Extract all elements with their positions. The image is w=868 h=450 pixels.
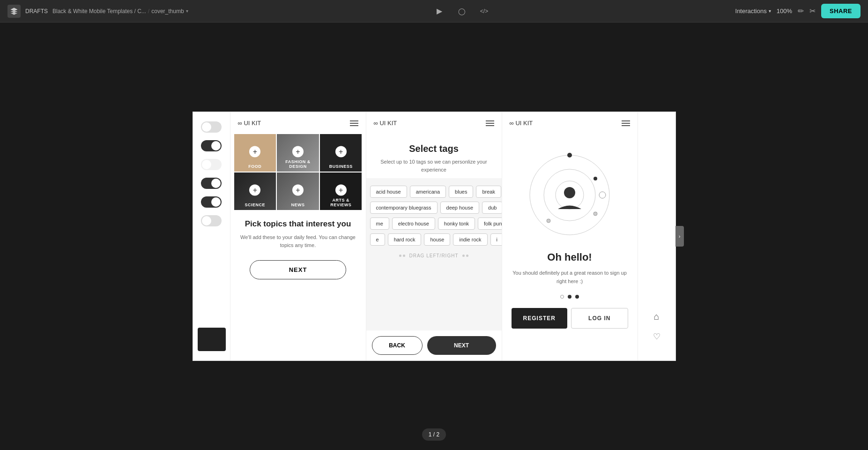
tag-me[interactable]: me [370, 218, 389, 230]
next-button[interactable]: NEXT [427, 336, 496, 355]
orbit-container [502, 134, 638, 247]
project-label: DRAFTS [25, 8, 48, 15]
topbar: DRAFTS Black & White Mobile Templates / … [0, 0, 868, 22]
frame3-header: ∞ UI KIT [502, 112, 638, 134]
toggle-on-5[interactable] [201, 196, 222, 208]
interactions-button[interactable]: Interactions ▾ [735, 8, 771, 15]
frame-toggles [193, 112, 230, 360]
code-button[interactable]: </> [477, 4, 492, 19]
pick-topics-title: Pick topics that interest you [238, 219, 358, 229]
topbar-center: ▶ ◯ </> [432, 4, 492, 19]
svg-point-3 [567, 153, 572, 158]
frame2-header: ∞ UI KIT [366, 112, 502, 134]
tag-electro-house[interactable]: electro house [392, 218, 435, 230]
oh-hello-subtitle: You should definitely put a great reason… [512, 269, 628, 285]
svg-point-4 [594, 177, 597, 180]
tag-e[interactable]: e [370, 233, 385, 246]
toggle-2 [201, 140, 222, 151]
login-button[interactable]: LOG IN [571, 308, 628, 329]
edit-button[interactable]: ✏ [798, 7, 804, 15]
chevron-down-icon: ▾ [186, 8, 188, 14]
grid-cell-business[interactable]: + BUSINESS [320, 134, 362, 172]
topic-grid: + FOOD + FASHION &DESIGN + BUSINESS + SC… [234, 134, 362, 210]
grid-cell-science[interactable]: + SCIENCE [234, 172, 276, 210]
tag-contemp-bluegrass[interactable]: contemporary bluegrass [370, 202, 438, 214]
canvas: ∞ UI KIT + FOOD + FASHION &DESIGN [0, 22, 868, 450]
toggle-5 [201, 196, 222, 208]
tag-deep-house[interactable]: deep house [440, 202, 480, 214]
heart-icon[interactable]: ♡ [653, 331, 660, 342]
toggle-4 [201, 178, 222, 189]
svg-point-7 [599, 192, 606, 198]
toggle-off-1[interactable] [201, 121, 222, 133]
share-button[interactable]: SHARE [821, 4, 861, 18]
frame-oh-hello: ∞ UI KIT [502, 112, 638, 360]
tags-row-1: acid house americana blues break [370, 186, 498, 198]
tag-break[interactable]: break [476, 186, 501, 198]
play-button[interactable]: ▶ [432, 4, 447, 19]
drag-dots-left [399, 255, 405, 257]
tag-americana[interactable]: americana [410, 186, 446, 198]
tag-folk-punk[interactable]: folk punk [478, 218, 501, 230]
plus-icon-fashion: + [292, 146, 304, 158]
dot-3 [575, 295, 579, 299]
dots-indicator [512, 295, 628, 299]
grid-cell-news[interactable]: + NEWS [277, 172, 319, 210]
zoom-level: 100% [777, 8, 792, 15]
toggle-group [201, 121, 222, 226]
grid-cell-food[interactable]: + FOOD [234, 134, 276, 172]
tags-scroll-area[interactable]: acid house americana blues break contemp… [366, 178, 502, 330]
plus-icon-science: + [249, 185, 260, 196]
tags-row-4: e hard rock house indie rock i [370, 233, 498, 246]
drag-hint: DRAG LEFT/RIGHT [370, 249, 498, 262]
grid-cell-fashion[interactable]: + FASHION &DESIGN [277, 134, 319, 172]
grid-label-science: SCIENCE [234, 202, 276, 207]
dot-1 [560, 295, 564, 299]
toggle-1 [201, 121, 222, 133]
register-button[interactable]: REGISTER [512, 308, 568, 329]
tag-i[interactable]: i [490, 233, 502, 246]
frame1-next-button[interactable]: NEXT [250, 260, 346, 279]
toggle-on-2[interactable] [201, 140, 222, 151]
topbar-right: Interactions ▾ 100% ✏ ✂ SHARE [735, 4, 861, 18]
drag-dots-right [462, 255, 468, 257]
app-logo [7, 5, 21, 18]
plus-icon-news: + [292, 185, 304, 196]
toggle-off-6[interactable] [201, 215, 222, 226]
toggle-3 [201, 159, 222, 170]
tag-dub[interactable]: dub [482, 202, 501, 214]
frame2-hamburger[interactable] [486, 120, 494, 126]
hello-content: Oh hello! You should definitely put a gr… [502, 247, 638, 338]
plus-icon-food: + [249, 146, 260, 158]
slice-button[interactable]: ✂ [809, 7, 816, 15]
tag-honky-tonk[interactable]: honky tonk [438, 218, 475, 230]
frame-pick-topics: ∞ UI KIT + FOOD + FASHION &DESIGN [230, 112, 366, 360]
grid-cell-arts[interactable]: + ARTS &REVIEWS [320, 172, 362, 210]
grid-label-fashion: FASHION &DESIGN [277, 159, 319, 169]
frame-select-tags: ∞ UI KIT Select tags Select up to 10 tag… [366, 112, 502, 360]
tag-hard-rock[interactable]: hard rock [388, 233, 422, 246]
frame3-logo: ∞ UI KIT [510, 120, 533, 127]
chevron-right-button[interactable]: › [675, 226, 684, 247]
tags-actions: BACK NEXT [366, 330, 502, 360]
comment-button[interactable]: ◯ [454, 4, 469, 19]
home-icon[interactable]: ⌂ [653, 311, 659, 322]
tag-indie-rock[interactable]: indie rock [453, 233, 487, 246]
toggle-on-4[interactable] [201, 178, 222, 189]
grid-label-news: NEWS [277, 202, 319, 207]
frame4-icons: ⌂ ♡ [653, 311, 660, 342]
topbar-left: DRAFTS Black & White Mobile Templates / … [7, 5, 188, 18]
tags-row-2: contemporary bluegrass deep house dub [370, 202, 498, 214]
hamburger-menu[interactable] [350, 120, 358, 126]
svg-point-8 [564, 187, 575, 198]
current-file[interactable]: cover_thumb [151, 8, 184, 15]
tag-house[interactable]: house [424, 233, 450, 246]
frame3-hamburger[interactable] [622, 120, 630, 126]
tag-acid-house[interactable]: acid house [370, 186, 407, 198]
black-rect [198, 328, 226, 351]
tag-blues[interactable]: blues [449, 186, 473, 198]
dot-2 [568, 295, 571, 299]
toggle-off-3[interactable] [201, 159, 222, 170]
pick-topics-subtitle: We'll add these to your daily feed. You … [238, 233, 358, 249]
back-button[interactable]: BACK [372, 336, 423, 355]
